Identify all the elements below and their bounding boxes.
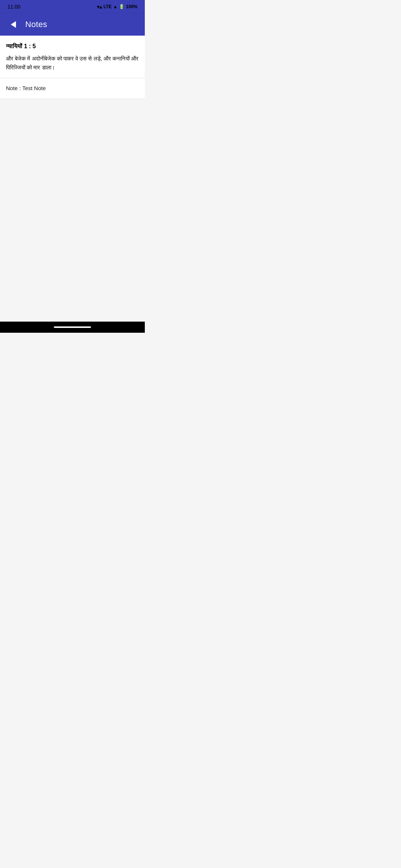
- back-arrow-icon: [11, 21, 16, 28]
- nav-indicator: [54, 326, 91, 328]
- app-bar-title: Notes: [25, 20, 47, 29]
- verse-text: और बेजेक में अदोनीबेजेक को पाकर वे उस से…: [6, 54, 139, 72]
- battery-icon: 🔋: [119, 4, 124, 9]
- wifi-icon: ▾▴: [97, 4, 102, 10]
- verse-reference: न्यायियों 1 : 5: [6, 43, 139, 50]
- status-bar: 11:00 ▾▴ LTE ▲ 🔋 100%: [0, 0, 145, 13]
- app-bar: Notes: [0, 13, 145, 36]
- divider: [0, 78, 145, 78]
- status-icons: ▾▴ LTE ▲ 🔋 100%: [97, 4, 137, 10]
- nav-bar: [0, 322, 145, 333]
- battery-label: 100%: [126, 4, 137, 9]
- signal-icon: ▲: [113, 4, 117, 9]
- status-time: 11:00: [7, 4, 20, 10]
- back-button[interactable]: [6, 17, 21, 32]
- lte-label: LTE: [104, 4, 112, 9]
- content-card: न्यायियों 1 : 5 और बेजेक में अदोनीबेजेक …: [0, 36, 145, 99]
- note-text: Note : Test Note: [6, 84, 139, 93]
- empty-area: [0, 99, 145, 322]
